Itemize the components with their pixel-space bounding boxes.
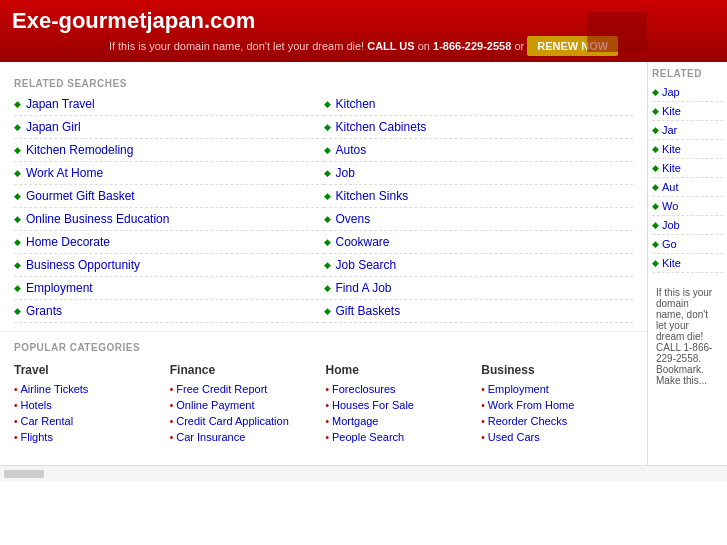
sidebar-search-item: ◆Kite (652, 254, 723, 273)
search-link[interactable]: Gift Baskets (336, 304, 401, 318)
category-link[interactable]: Foreclosures (332, 383, 396, 395)
sidebar-items-list: ◆Jap◆Kite◆Jar◆Kite◆Kite◆Aut◆Wo◆Job◆Go◆Ki… (652, 83, 723, 273)
search-item: ◆Employment (14, 277, 324, 300)
search-link[interactable]: Grants (26, 304, 62, 318)
right-note: If this is your domain name, don't let y… (652, 281, 723, 392)
category-link[interactable]: Credit Card Application (176, 415, 289, 427)
sidebar-search-link[interactable]: Kite (662, 257, 681, 269)
list-item: Mortgage (326, 413, 478, 429)
category-link[interactable]: People Search (332, 431, 404, 443)
search-link[interactable]: Ovens (336, 212, 371, 226)
search-item: ◆Business Opportunity (14, 254, 324, 277)
diamond-icon: ◆ (324, 306, 331, 316)
sidebar-search-link[interactable]: Jap (662, 86, 680, 98)
sidebar-search-item: ◆Aut (652, 178, 723, 197)
search-link[interactable]: Job Search (336, 258, 397, 272)
category-link[interactable]: Work From Home (488, 399, 575, 411)
search-link[interactable]: Autos (336, 143, 367, 157)
search-item: ◆Job Search (324, 254, 634, 277)
category-link[interactable]: Free Credit Report (176, 383, 267, 395)
search-link[interactable]: Cookware (336, 235, 390, 249)
list-item: Work From Home (481, 397, 633, 413)
list-item: Houses For Sale (326, 397, 478, 413)
search-link[interactable]: Kitchen (336, 97, 376, 111)
category-link[interactable]: Car Insurance (176, 431, 245, 443)
search-link[interactable]: Business Opportunity (26, 258, 140, 272)
search-link[interactable]: Japan Travel (26, 97, 95, 111)
search-link[interactable]: Kitchen Cabinets (336, 120, 427, 134)
search-item: ◆Gift Baskets (324, 300, 634, 323)
search-item: ◆Cookware (324, 231, 634, 254)
scrollbar-area[interactable] (0, 465, 727, 481)
category-link[interactable]: Mortgage (332, 415, 378, 427)
sidebar-search-link[interactable]: Job (662, 219, 680, 231)
search-item: ◆Autos (324, 139, 634, 162)
diamond-icon: ◆ (652, 125, 659, 135)
site-title: Exe-gourmetjapan.com (12, 8, 255, 34)
search-item: ◆Home Decorate (14, 231, 324, 254)
list-item: Car Rental (14, 413, 166, 429)
search-link[interactable]: Online Business Education (26, 212, 169, 226)
sidebar-search-link[interactable]: Wo (662, 200, 678, 212)
search-link[interactable]: Japan Girl (26, 120, 81, 134)
call-us-label: CALL US (367, 40, 414, 52)
search-item: ◆Find A Job (324, 277, 634, 300)
category-column: FinanceFree Credit ReportOnline PaymentC… (170, 363, 322, 445)
search-link[interactable]: Employment (26, 281, 93, 295)
category-link[interactable]: Airline Tickets (21, 383, 89, 395)
sidebar-search-link[interactable]: Kite (662, 105, 681, 117)
diamond-icon: ◆ (324, 122, 331, 132)
searches-left-col: ◆Japan Travel◆Japan Girl◆Kitchen Remodel… (14, 93, 324, 323)
diamond-icon: ◆ (14, 260, 21, 270)
popular-categories-label: POPULAR CATEGORIES (14, 342, 633, 357)
category-column: HomeForeclosuresHouses For SaleMortgageP… (326, 363, 478, 445)
list-item: People Search (326, 429, 478, 445)
diamond-icon: ◆ (652, 220, 659, 230)
search-link[interactable]: Kitchen Remodeling (26, 143, 133, 157)
search-link[interactable]: Job (336, 166, 355, 180)
search-link[interactable]: Work At Home (26, 166, 103, 180)
diamond-icon: ◆ (324, 145, 331, 155)
list-item: Car Insurance (170, 429, 322, 445)
related-searches-grid: ◆Japan Travel◆Japan Girl◆Kitchen Remodel… (0, 93, 647, 323)
search-link[interactable]: Find A Job (336, 281, 392, 295)
category-link[interactable]: Used Cars (488, 431, 540, 443)
diamond-icon: ◆ (652, 87, 659, 97)
category-link[interactable]: Online Payment (176, 399, 254, 411)
list-item: Online Payment (170, 397, 322, 413)
search-link[interactable]: Gourmet Gift Basket (26, 189, 135, 203)
category-link[interactable]: Houses For Sale (332, 399, 414, 411)
diamond-icon: ◆ (652, 144, 659, 154)
sidebar-related-label: RELATED (652, 68, 723, 79)
category-link[interactable]: Employment (488, 383, 549, 395)
phone-number: 1-866-229-2558 (433, 40, 511, 52)
search-item: ◆Kitchen Remodeling (14, 139, 324, 162)
diamond-icon: ◆ (14, 283, 21, 293)
category-title: Travel (14, 363, 166, 377)
list-item: Reorder Checks (481, 413, 633, 429)
category-link[interactable]: Reorder Checks (488, 415, 567, 427)
diamond-icon: ◆ (14, 99, 21, 109)
search-link[interactable]: Home Decorate (26, 235, 110, 249)
sidebar-search-item: ◆Kite (652, 140, 723, 159)
sidebar-search-link[interactable]: Aut (662, 181, 679, 193)
diamond-icon: ◆ (652, 239, 659, 249)
search-link[interactable]: Kitchen Sinks (336, 189, 409, 203)
content-area: RELATED SEARCHES ◆Japan Travel◆Japan Gir… (0, 62, 647, 465)
category-link[interactable]: Car Rental (21, 415, 74, 427)
scrollbar-thumb[interactable] (4, 470, 44, 478)
sidebar-search-link[interactable]: Jar (662, 124, 677, 136)
category-column: TravelAirline TicketsHotelsCar RentalFli… (14, 363, 166, 445)
sidebar-search-link[interactable]: Kite (662, 143, 681, 155)
sidebar-search-item: ◆Go (652, 235, 723, 254)
sidebar-search-link[interactable]: Kite (662, 162, 681, 174)
sidebar-search-link[interactable]: Go (662, 238, 677, 250)
category-link[interactable]: Flights (21, 431, 53, 443)
sidebar-search-item: ◆Kite (652, 159, 723, 178)
diamond-icon: ◆ (324, 214, 331, 224)
diamond-icon: ◆ (14, 214, 21, 224)
popular-categories-grid: TravelAirline TicketsHotelsCar RentalFli… (14, 363, 633, 445)
list-item: Flights (14, 429, 166, 445)
diamond-icon: ◆ (324, 168, 331, 178)
category-link[interactable]: Hotels (21, 399, 52, 411)
